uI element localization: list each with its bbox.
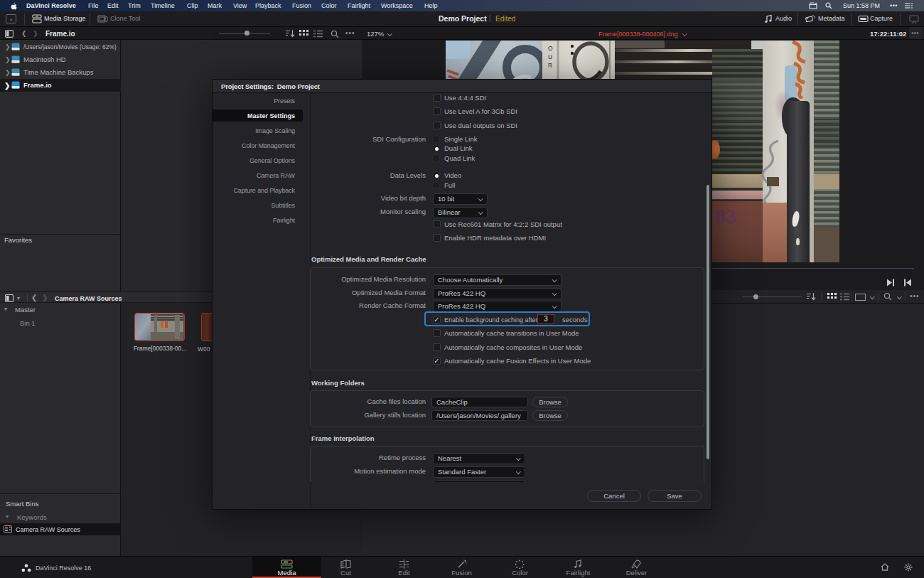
svg-text:R: R bbox=[548, 62, 552, 69]
svg-text:U: U bbox=[548, 53, 552, 60]
svg-text:O: O bbox=[548, 45, 553, 52]
